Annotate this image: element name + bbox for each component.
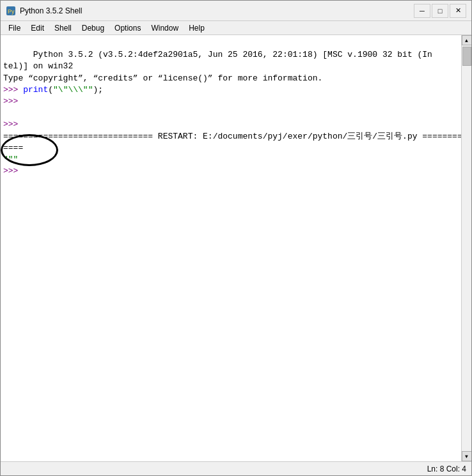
prompt-2: >>>: [3, 96, 18, 106]
prompt-1: >>>: [3, 85, 23, 95]
menu-file[interactable]: File: [3, 22, 26, 34]
triple-quote-output: """: [3, 155, 18, 164]
print-keyword: print: [23, 85, 48, 95]
shell-area: Python 3.5.2 (v3.5.2:4def2a2901a5, Jun 2…: [1, 35, 471, 461]
restart-line: ============================== RESTART: …: [3, 132, 461, 141]
cursor-position: Ln: 8 Col: 4: [427, 464, 466, 473]
prompt-4: >>>: [3, 166, 23, 176]
prompt-3: >>>: [3, 119, 23, 129]
scroll-thumb[interactable]: [462, 47, 471, 66]
print-string: "\"\\\"": [53, 85, 93, 95]
python-info-line1: Python 3.5.2 (v3.5.2:4def2a2901a5, Jun 2…: [3, 50, 432, 82]
scroll-track[interactable]: [462, 45, 471, 451]
app-icon: Py: [6, 6, 16, 16]
window-title: Python 3.5.2 Shell: [20, 6, 414, 15]
status-bar: Ln: 8 Col: 4: [1, 461, 471, 475]
menu-options[interactable]: Options: [109, 22, 146, 34]
menu-shell[interactable]: Shell: [49, 22, 77, 34]
scroll-up-button[interactable]: ▲: [462, 35, 472, 45]
maximize-button[interactable]: □: [432, 4, 448, 18]
svg-text:Py: Py: [8, 8, 15, 15]
print-paren-open: (: [48, 85, 53, 95]
close-button[interactable]: ✕: [450, 4, 466, 18]
scroll-down-button[interactable]: ▼: [462, 451, 472, 461]
menu-bar: File Edit Shell Debug Options Window Hel…: [1, 21, 471, 35]
main-window: Py Python 3.5.2 Shell ─ □ ✕ File Edit Sh…: [0, 0, 472, 476]
menu-help[interactable]: Help: [184, 22, 210, 34]
menu-edit[interactable]: Edit: [26, 22, 49, 34]
vertical-scrollbar[interactable]: ▲ ▼: [461, 35, 471, 461]
window-controls: ─ □ ✕: [414, 4, 466, 18]
shell-content[interactable]: Python 3.5.2 (v3.5.2:4def2a2901a5, Jun 2…: [1, 35, 461, 461]
menu-debug[interactable]: Debug: [77, 22, 109, 34]
minimize-button[interactable]: ─: [414, 4, 430, 18]
title-bar: Py Python 3.5.2 Shell ─ □ ✕: [1, 1, 471, 21]
menu-window[interactable]: Window: [146, 22, 184, 34]
print-paren-close: );: [93, 85, 103, 95]
equals-line: ====: [3, 143, 23, 153]
